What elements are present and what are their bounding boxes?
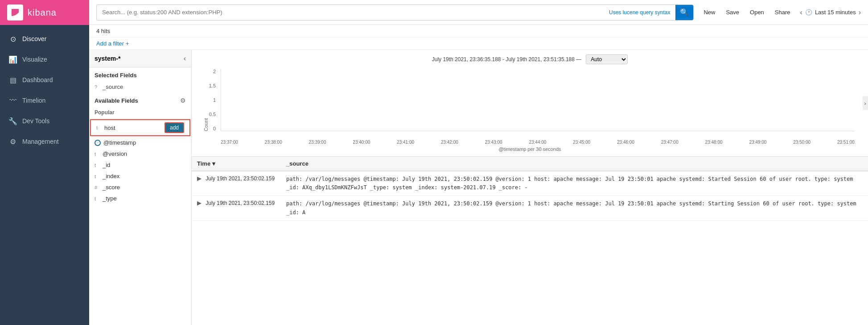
open-button[interactable]: Open: [745, 6, 769, 18]
time-range-label: Last 15 minutes: [815, 9, 856, 16]
time-value-0: July 19th 2021, 23:50:02.159: [206, 175, 275, 182]
results-table: Time ▾ _source ▶ July 19th 2021, 23:50:0…: [192, 157, 868, 221]
y-axis: 2 1.5 1 0.5 0: [201, 69, 218, 131]
lucene-syntax-link[interactable]: Uses lucene query syntax: [604, 9, 675, 16]
left-panel: system-* ‹ Selected Fields ? _source Ava…: [89, 50, 192, 325]
right-panel: July 19th 2021, 23:36:35.188 - July 19th…: [192, 50, 868, 325]
x-label-13: 23:50:00: [793, 140, 810, 145]
available-fields-header: Available Fields: [95, 97, 138, 104]
index-pattern-label: system-*: [95, 55, 120, 62]
x-label-9: 23:46:00: [617, 140, 634, 145]
sidebar-item-visualize[interactable]: 📊 Visualize: [0, 49, 89, 70]
sidebar-item-devtools[interactable]: 🔧 Dev Tools: [0, 111, 89, 131]
save-button[interactable]: Save: [721, 6, 744, 18]
new-button[interactable]: New: [699, 6, 720, 18]
index-pattern: system-* ‹: [89, 50, 191, 67]
x-axis: 23:37:00 23:38:00 23:39:00 23:40:00 23:4…: [221, 140, 855, 145]
time-prev-button[interactable]: ‹: [800, 8, 802, 17]
search-container: Uses lucene query syntax 🔍: [96, 4, 694, 21]
table-row: ▶ July 19th 2021, 23:50:02.159 path: /va…: [192, 171, 868, 196]
collapse-chart-button[interactable]: ›: [863, 96, 868, 110]
top-actions: New Save Open Share: [699, 6, 794, 18]
field-score[interactable]: # _score: [89, 182, 191, 193]
chart-container: July 19th 2021, 23:36:35.188 - July 19th…: [192, 50, 868, 157]
field-type-t2: t: [95, 151, 100, 157]
interval-select[interactable]: Auto Millisecond Second Minute Hour: [586, 54, 628, 64]
y-label-0: 0: [213, 126, 216, 131]
timestamp-field[interactable]: ○ @timestamp: [89, 137, 191, 148]
col-time-header[interactable]: Time ▾: [192, 157, 281, 171]
sidebar-item-management-label: Management: [22, 138, 59, 145]
sidebar-item-management[interactable]: ⚙ Management: [0, 131, 89, 152]
time-cell-1: ▶ July 19th 2021, 23:50:02.159: [192, 196, 281, 221]
x-label-8: 23:45:00: [573, 140, 590, 145]
sidebar-item-devtools-label: Dev Tools: [22, 117, 49, 125]
expand-row-1[interactable]: ▶: [197, 200, 202, 206]
field-version[interactable]: t @version: [89, 148, 191, 159]
x-label-5: 23:42:00: [441, 140, 458, 145]
field-name-id: _id: [103, 162, 186, 168]
dashboard-icon: ▤: [9, 76, 17, 84]
col-source-header[interactable]: _source: [281, 157, 868, 171]
x-label-2: 23:39:00: [309, 140, 326, 145]
chart-time-range: July 19th 2021, 23:36:35.188 - July 19th…: [432, 56, 582, 62]
field-type-t5: t: [95, 196, 100, 201]
collapse-left-button[interactable]: ‹: [184, 54, 186, 62]
field-type-item[interactable]: t _type: [89, 193, 191, 204]
sidebar: kibana ⊙ Discover 📊 Visualize ▤ Dashboar…: [0, 0, 89, 325]
sidebar-item-timelion[interactable]: 〰 Timelion: [0, 90, 89, 111]
sidebar-item-timelion-label: Timelion: [22, 97, 45, 104]
x-label-0: 23:37:00: [221, 140, 238, 145]
management-icon: ⚙: [9, 138, 17, 146]
field-type-question: ?: [95, 84, 100, 90]
selected-fields-header: Selected Fields: [89, 67, 191, 81]
x-label-4: 23:41:00: [397, 140, 414, 145]
x-label-6: 23:43:00: [485, 140, 502, 145]
x-label-3: 23:40:00: [353, 140, 370, 145]
results-table-container: Time ▾ _source ▶ July 19th 2021, 23:50:0…: [192, 157, 868, 325]
logo-text: kibana: [28, 8, 57, 18]
y-label-15: 1.5: [209, 83, 216, 88]
source-cell-1: path: /var/log/messages @timestamp: July…: [281, 196, 868, 221]
field-name-score: _score: [103, 184, 186, 191]
selected-field-source[interactable]: ? _source: [89, 81, 191, 92]
time-next-button[interactable]: ›: [859, 8, 861, 17]
add-field-button[interactable]: add: [165, 122, 184, 133]
field-id[interactable]: t _id: [89, 159, 191, 171]
field-name-index: _index: [103, 173, 186, 179]
expand-row-0[interactable]: ▶: [197, 175, 202, 182]
sidebar-item-visualize-label: Visualize: [22, 56, 47, 63]
y-label-1: 1: [213, 97, 216, 103]
x-label-10: 23:47:00: [661, 140, 679, 145]
available-fields-section: Available Fields ⚙: [89, 92, 191, 107]
sidebar-item-discover[interactable]: ⊙ Discover: [0, 29, 89, 49]
chart-wrapper: Count 2 1.5 1 0.5 0: [201, 69, 859, 145]
clock-icon: 🕐: [805, 9, 812, 16]
field-name-source: _source: [103, 83, 186, 90]
x-label-11: 23:48:00: [705, 140, 723, 145]
search-input[interactable]: [97, 9, 604, 16]
field-name-version: @version: [103, 150, 186, 157]
x-label-14: 23:51:00: [837, 140, 855, 145]
settings-icon[interactable]: ⚙: [180, 97, 186, 104]
field-name-type: _type: [103, 195, 186, 202]
time-cell-0: ▶ July 19th 2021, 23:50:02.159: [192, 171, 281, 196]
filter-bar: Add a filter +: [89, 38, 868, 50]
search-button[interactable]: 🔍: [675, 4, 693, 21]
field-type-t: t: [96, 125, 102, 130]
add-filter-button[interactable]: Add a filter +: [96, 40, 129, 47]
timelion-icon: 〰: [9, 96, 17, 104]
share-button[interactable]: Share: [770, 6, 795, 18]
field-index[interactable]: t _index: [89, 171, 191, 182]
chart-header: July 19th 2021, 23:36:35.188 - July 19th…: [201, 54, 859, 64]
visualize-icon: 📊: [9, 55, 17, 63]
sidebar-item-dashboard[interactable]: ▤ Dashboard: [0, 70, 89, 90]
source-cell-0: path: /var/log/messages @timestamp: July…: [281, 171, 868, 196]
y-label-2: 2: [213, 69, 216, 74]
discover-icon: ⊙: [9, 35, 17, 43]
table-row: ▶ July 19th 2021, 23:50:02.159 path: /va…: [192, 196, 868, 221]
y-label-05: 0.5: [209, 112, 216, 117]
top-bar: Uses lucene query syntax 🔍 New Save Open…: [89, 0, 868, 25]
main-content: Uses lucene query syntax 🔍 New Save Open…: [89, 0, 868, 325]
logo-area: kibana: [0, 0, 89, 25]
